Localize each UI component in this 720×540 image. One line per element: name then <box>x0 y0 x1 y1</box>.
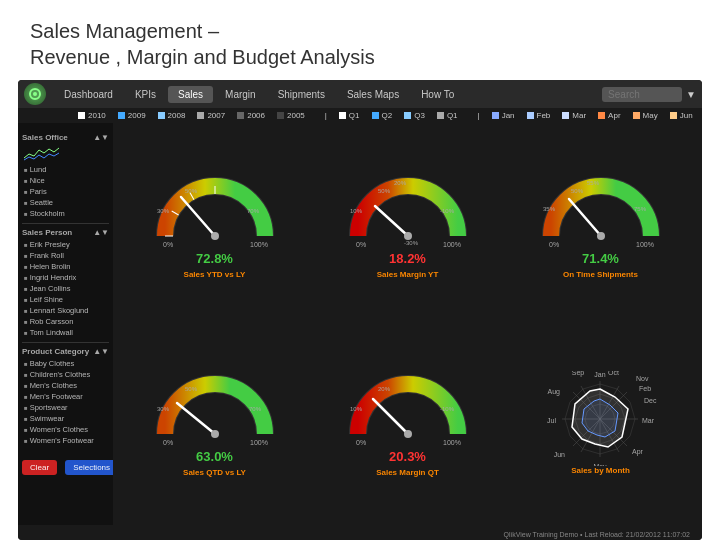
sidebar-divider-2 <box>22 342 109 343</box>
chart-title-margin-yt: Sales Margin YT <box>377 270 439 279</box>
legend-dot-2010 <box>78 112 85 119</box>
legend-dot-q2 <box>372 112 379 119</box>
legend-dot-2005 <box>277 112 284 119</box>
svg-text:Dec: Dec <box>644 397 657 404</box>
search-dropdown-icon[interactable]: ▼ <box>686 89 696 100</box>
svg-text:100%: 100% <box>250 241 268 248</box>
svg-text:Jun: Jun <box>554 451 565 458</box>
chart-title-ytd: Sales YTD vs LY <box>184 270 246 279</box>
sidebar-item-frank[interactable]: Frank Roll <box>22 250 109 261</box>
legend-2009: 2009 <box>118 111 146 120</box>
sidebar-item-mens-footwear[interactable]: Men's Footwear <box>22 391 109 402</box>
svg-point-15 <box>211 232 219 240</box>
legend-dot-mar <box>562 112 569 119</box>
svg-line-31 <box>569 199 601 236</box>
svg-text:50%: 50% <box>185 188 198 194</box>
footer-text: QlikView Training Demo • Last Reload: 21… <box>504 531 690 538</box>
svg-text:-10%: -10% <box>440 406 455 412</box>
svg-point-1 <box>33 92 37 96</box>
svg-text:100%: 100% <box>443 439 461 446</box>
clear-button[interactable]: Clear <box>22 460 57 475</box>
sidebar-item-jean[interactable]: Jean Collins <box>22 283 109 294</box>
sidebar-item-ingrid[interactable]: Ingrid Hendrix <box>22 272 109 283</box>
svg-text:Feb: Feb <box>639 385 651 392</box>
svg-text:50%: 50% <box>185 386 198 392</box>
spider-chart: Jan Feb Mar Apr May Jun Jul Aug Sep Oct … <box>538 371 663 466</box>
gauge-sales-margin-qt: 0% 100% 20% 10% -10% <box>348 369 468 449</box>
nav-tab-sales[interactable]: Sales <box>168 86 213 103</box>
sidebar-item-leif[interactable]: Leif Shine <box>22 294 109 305</box>
sidebar-item-rob[interactable]: Rob Carsson <box>22 316 109 327</box>
svg-point-32 <box>597 232 605 240</box>
sidebar-item-children[interactable]: Children's Clothes <box>22 369 109 380</box>
legend-dot-q1 <box>339 112 346 119</box>
nav-tab-kpis[interactable]: KPIs <box>125 86 166 103</box>
sidebar-item-erik[interactable]: Erik Presley <box>22 239 109 250</box>
svg-text:20%: 20% <box>378 386 391 392</box>
svg-text:Nov: Nov <box>636 375 649 382</box>
nav-tab-margin[interactable]: Margin <box>215 86 266 103</box>
sidebar-item-womens-footwear[interactable]: Women's Footwear <box>22 435 109 446</box>
legend-dot-q3 <box>404 112 411 119</box>
svg-line-14 <box>181 197 215 236</box>
legend-dot-2009 <box>118 112 125 119</box>
sidebar-item-tom[interactable]: Tom Lindwall <box>22 327 109 338</box>
chart-title-ontime: On Time Shipments <box>563 270 638 279</box>
svg-line-23 <box>375 206 408 236</box>
svg-line-38 <box>177 403 215 434</box>
svg-text:50%: 50% <box>571 188 584 194</box>
sidebar-section-sales-office: Sales Office ▲▼ <box>22 133 109 142</box>
svg-text:75%: 75% <box>634 206 647 212</box>
legend-q3: Q3 <box>404 111 425 120</box>
nav-tab-salesmaps[interactable]: Sales Maps <box>337 86 409 103</box>
nav-logo <box>24 83 46 105</box>
sidebar-item-lund[interactable]: Lund <box>22 164 109 175</box>
svg-text:-30%: -30% <box>404 240 419 246</box>
sidebar-section-sales-person: Sales Person ▲▼ <box>22 228 109 237</box>
legend-2006: 2006 <box>237 111 265 120</box>
svg-point-46 <box>404 430 412 438</box>
svg-text:30%: 30% <box>157 406 170 412</box>
sidebar-item-lennart[interactable]: Lennart Skoglund <box>22 305 109 316</box>
sidebar-item-nice[interactable]: Nice <box>22 175 109 186</box>
svg-line-45 <box>373 399 408 434</box>
legend-dot-2006 <box>237 112 244 119</box>
chart-value-ontime: 71.4% <box>582 251 619 266</box>
svg-text:70%: 70% <box>249 406 262 412</box>
legend-2005: 2005 <box>277 111 305 120</box>
search-input[interactable] <box>602 87 682 102</box>
sidebar-item-baby[interactable]: Baby Clothes <box>22 358 109 369</box>
legend-dot-may <box>633 112 640 119</box>
sidebar-item-womens-clothes[interactable]: Women's Clothes <box>22 424 109 435</box>
footer-bar: QlikView Training Demo • Last Reload: 21… <box>18 525 702 540</box>
dashboard-container: Dashboard KPIs Sales Margin Shipments Sa… <box>18 80 702 540</box>
legend-apr: Apr <box>598 111 620 120</box>
charts-area: 0% 100% 50% 30% 70% 72.8% Sales YTD vs L… <box>113 123 702 525</box>
sidebar-item-stockholm[interactable]: Stockholm <box>22 208 109 219</box>
svg-text:Oct: Oct <box>608 371 619 376</box>
svg-text:Jul: Jul <box>547 417 556 424</box>
legend-dot-apr <box>598 112 605 119</box>
nav-tab-dashboard[interactable]: Dashboard <box>54 86 123 103</box>
chart-sales-ytd: 0% 100% 50% 30% 70% 72.8% Sales YTD vs L… <box>121 129 308 321</box>
svg-text:100%: 100% <box>636 241 654 248</box>
sidebar-item-swimwear[interactable]: Swimwear <box>22 413 109 424</box>
chart-title-qtd: Sales QTD vs LY <box>183 468 246 477</box>
sidebar-item-seattle[interactable]: Seattle <box>22 197 109 208</box>
chart-value-margin-qt: 20.3% <box>389 449 426 464</box>
sidebar-item-paris[interactable]: Paris <box>22 186 109 197</box>
sidebar-item-mens-clothes[interactable]: Men's Clothes <box>22 380 109 391</box>
svg-text:-10%: -10% <box>440 208 455 214</box>
selections-button[interactable]: Selections <box>65 460 113 475</box>
nav-tab-shipments[interactable]: Shipments <box>268 86 335 103</box>
svg-text:50%: 50% <box>378 188 391 194</box>
sidebar: Sales Office ▲▼ Lund Nice Paris Seattle … <box>18 123 113 525</box>
gauge-sales-qtd: 0% 100% 50% 30% 70% <box>155 369 275 449</box>
svg-point-24 <box>404 232 412 240</box>
main-content: Sales Office ▲▼ Lund Nice Paris Seattle … <box>18 123 702 525</box>
nav-tab-howto[interactable]: How To <box>411 86 464 103</box>
gauge-sales-ytd: 0% 100% 50% 30% 70% <box>155 171 275 251</box>
legend-2008: 2008 <box>158 111 186 120</box>
sidebar-item-helen[interactable]: Helen Brolin <box>22 261 109 272</box>
sidebar-item-sportswear[interactable]: Sportswear <box>22 402 109 413</box>
